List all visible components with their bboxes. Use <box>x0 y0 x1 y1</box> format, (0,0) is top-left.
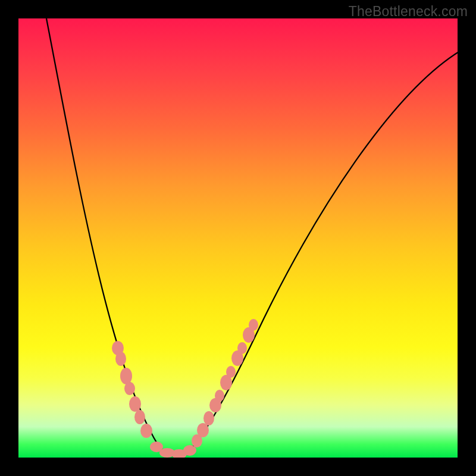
dot-right-6 <box>226 366 236 378</box>
watermark-text: TheBottleneck.com <box>349 4 468 20</box>
dot-left-1 <box>115 352 126 366</box>
dot-right-8 <box>237 342 247 354</box>
outer-frame: TheBottleneck.com <box>0 0 476 476</box>
bottleneck-curve <box>46 18 458 456</box>
curve-layer <box>18 18 458 458</box>
dot-left-6 <box>140 424 152 438</box>
dot-left-3 <box>124 382 135 395</box>
dot-right-4 <box>215 390 224 402</box>
dot-left-2 <box>120 368 132 384</box>
dot-left-4 <box>129 396 141 412</box>
dot-right-2 <box>203 411 214 425</box>
dot-center-3 <box>183 445 196 456</box>
plot-area <box>18 18 458 458</box>
dots-group <box>112 319 258 458</box>
dot-right-10 <box>249 319 258 331</box>
dot-left-5 <box>134 410 145 424</box>
dot-right-1 <box>197 423 209 437</box>
